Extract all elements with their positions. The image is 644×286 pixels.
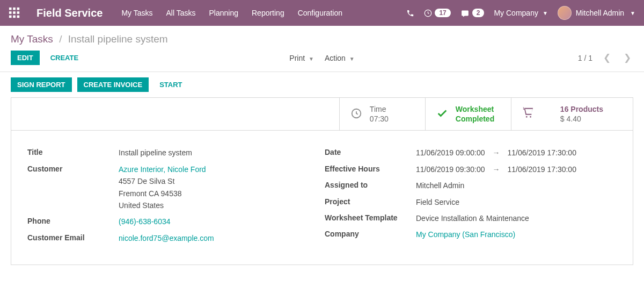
user-name: Mitchell Admin [576,9,624,17]
user-dropdown[interactable]: Mitchell Admin ▼ [558,6,635,20]
control-center: Print ▼ Action ▼ [289,54,354,62]
form-right-column: Date 11/06/2019 09:00:00 → 11/06/2019 17… [325,147,617,248]
date-label: Date [325,147,416,156]
form-card: Time 07:30 Worksheet Completed + 16 Prod… [11,97,633,265]
start-button[interactable]: START [154,77,187,92]
svg-rect-3 [9,11,12,14]
activities-badge: 17 [435,9,450,17]
app-brand[interactable]: Field Service [36,7,103,19]
breadcrumb: My Tasks / Install pipeline system [0,26,644,51]
arrow-right-icon: → [492,163,500,175]
avatar [558,6,572,20]
action-dropdown[interactable]: Action ▼ [325,54,355,62]
field-assigned: Assigned to Mitchell Admin [325,180,617,191]
caret-down-icon: ▼ [630,10,635,16]
eff-start: 11/06/2019 09:30:00 [416,163,485,175]
template-label: Worksheet Template [325,212,416,222]
svg-rect-5 [17,11,20,14]
edit-button[interactable]: EDIT [11,51,40,65]
cart-icon: + [522,107,534,121]
check-icon [436,108,448,121]
stat-time[interactable]: Time 07:30 [339,98,425,130]
messages-badge: 2 [472,9,485,17]
messages-icon[interactable]: 2 [460,9,485,17]
address-line-3: United States [119,199,206,211]
field-template: Worksheet Template Device Installation &… [325,212,617,224]
date-end: 11/06/2019 17:30:00 [507,147,576,159]
nav-item-my-tasks[interactable]: My Tasks [121,9,152,17]
breadcrumb-separator: / [59,33,62,45]
field-email: Customer Email nicole.ford75@example.com [27,232,319,244]
field-customer: Customer Azure Interior, Nicole Ford 455… [27,163,319,212]
assigned-label: Assigned to [325,180,416,189]
company-dropdown[interactable]: My Company ▼ [494,9,547,17]
stat-worksheet[interactable]: Worksheet Completed [425,98,511,130]
breadcrumb-root[interactable]: My Tasks [11,33,53,45]
eff-label: Effective Hours [325,163,416,173]
pager-text: 1 / 1 [578,54,592,62]
create-button[interactable]: CREATE [44,51,85,65]
phone-label: Phone [27,216,119,225]
company-label: Company [325,228,416,238]
print-dropdown[interactable]: Print ▼ [289,54,314,62]
address-line-2: Fremont CA 94538 [119,188,206,199]
stat-products-l1: 16 Products [560,104,603,114]
phone-value[interactable]: (946)-638-6034 [119,216,171,227]
create-invoice-button[interactable]: CREATE INVOICE [77,77,149,92]
project-label: Project [325,196,416,206]
action-label: Action [325,54,346,62]
svg-rect-8 [17,16,20,18]
svg-rect-6 [9,16,12,18]
svg-point-11 [526,116,528,118]
nav-item-planning[interactable]: Planning [209,9,238,17]
email-label: Customer Email [27,232,119,242]
address-line-1: 4557 De Silva St [119,175,206,187]
svg-rect-4 [13,11,16,14]
field-company: Company My Company (San Francisco) [325,228,617,240]
stat-products-l2: $ 4.40 [560,114,603,124]
stat-row: Time 07:30 Worksheet Completed + 16 Prod… [11,98,633,131]
company-value[interactable]: My Company (San Francisco) [416,228,515,240]
pager: 1 / 1 ❮ ❯ [578,52,633,63]
stat-worksheet-l1: Worksheet [456,104,494,114]
company-label: My Company [494,9,538,17]
title-value: Install pipeline system [119,147,192,159]
nav-menu: My Tasks All Tasks Planning Reporting Co… [121,9,406,17]
caret-down-icon: ▼ [543,10,548,16]
pager-prev[interactable]: ❮ [601,52,613,63]
stat-worksheet-l2: Completed [456,114,494,124]
email-value[interactable]: nicole.ford75@example.com [119,232,214,244]
customer-label: Customer [27,163,119,173]
pager-next[interactable]: ❯ [621,52,633,63]
nav-item-reporting[interactable]: Reporting [252,9,284,17]
stat-products[interactable]: + 16 Products $ 4.40 [511,98,633,130]
nav-item-all-tasks[interactable]: All Tasks [166,9,196,17]
phone-icon[interactable] [406,9,414,17]
customer-link[interactable]: Azure Interior, Nicole Ford [119,163,206,175]
clock-icon [350,108,362,121]
top-navbar: Field Service My Tasks All Tasks Plannin… [0,0,644,26]
eff-end: 11/06/2019 17:30:00 [507,163,576,175]
date-start: 11/06/2019 09:00:00 [416,147,485,159]
control-bar: EDIT CREATE Print ▼ Action ▼ 1 / 1 ❮ ❯ [0,51,644,72]
svg-rect-1 [13,8,16,10]
template-value: Device Installation & Maintenance [416,212,529,224]
field-title: Title Install pipeline system [27,147,319,159]
nav-right: 17 2 My Company ▼ Mitchell Admin ▼ [406,6,635,20]
breadcrumb-current: Install pipeline system [68,33,168,45]
svg-text:+: + [528,109,530,112]
project-value: Field Service [416,196,459,208]
apps-icon[interactable] [9,7,20,19]
activities-icon[interactable]: 17 [424,9,450,17]
nav-item-configuration[interactable]: Configuration [298,9,342,17]
field-effective-hours: Effective Hours 11/06/2019 09:30:00 → 11… [325,163,617,175]
svg-rect-7 [13,16,16,18]
stat-time-label: Time [370,104,389,114]
sign-report-button[interactable]: SIGN REPORT [11,77,72,92]
field-date: Date 11/06/2019 09:00:00 → 11/06/2019 17… [325,147,617,159]
print-label: Print [289,54,305,62]
form-left-column: Title Install pipeline system Customer A… [27,147,319,248]
svg-rect-0 [9,8,12,10]
field-phone: Phone (946)-638-6034 [27,216,319,227]
form-body: Title Install pipeline system Customer A… [11,131,633,264]
